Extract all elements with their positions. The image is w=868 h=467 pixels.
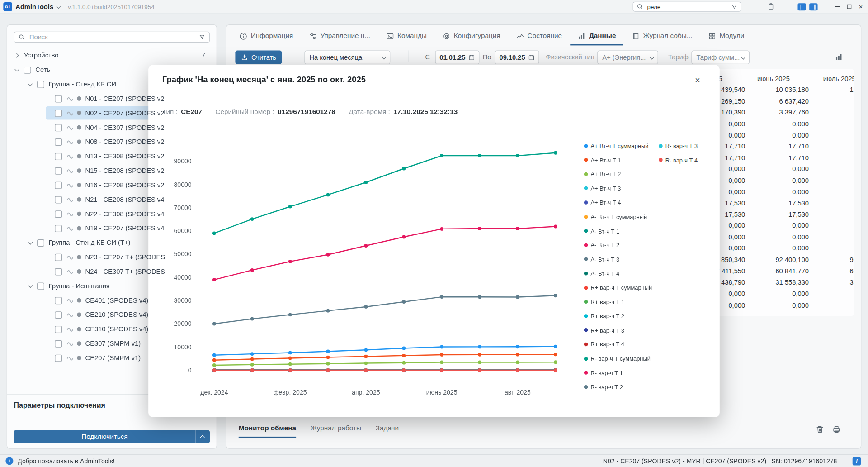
column-header[interactable]: июнь 2025 (750, 75, 814, 82)
table-cell: 0,000 (750, 188, 814, 195)
legend-item[interactable]: A+ Вт-ч Т 1 (584, 157, 621, 163)
tab-terminal[interactable]: Команды (378, 28, 434, 45)
tree-checkbox[interactable] (55, 196, 62, 203)
tab-gear[interactable]: Конфигурация (435, 28, 507, 45)
read-button[interactable]: Считать (235, 50, 282, 64)
legend-item[interactable]: R+ вар-ч Т 1 (584, 299, 624, 305)
legend-item[interactable]: A- Вт-ч Т 3 (584, 256, 619, 262)
modal-close-button[interactable]: × (691, 74, 704, 87)
global-search[interactable] (633, 2, 741, 12)
legend-item[interactable]: R+ вар-ч Т суммарный (584, 284, 652, 291)
app-menu-chevron-icon[interactable] (57, 4, 61, 9)
chevron-down-icon[interactable] (28, 240, 33, 244)
tree-checkbox[interactable] (55, 138, 62, 146)
date-from-input[interactable]: 01.01.25 (435, 50, 479, 64)
printer-icon[interactable] (832, 425, 841, 434)
tree-checkbox[interactable] (37, 81, 44, 88)
tree-checkbox[interactable] (55, 181, 62, 189)
bottom-tab[interactable]: Задачи (376, 424, 399, 438)
pulse-icon (516, 32, 524, 40)
wave-icon (66, 210, 74, 218)
info-square-icon[interactable]: i (853, 457, 861, 465)
tree-checkbox[interactable] (55, 95, 62, 102)
tree-item[interactable]: Устройство7 (7, 48, 217, 63)
tree-checkbox[interactable] (55, 124, 62, 131)
tree-checkbox[interactable] (55, 110, 62, 117)
table-cell: 92 400,100 (750, 256, 814, 263)
tab-info[interactable]: Информация (232, 28, 300, 45)
column-header[interactable]: июль 2025 (814, 75, 854, 82)
chevron-right-icon[interactable] (14, 53, 19, 57)
legend-item[interactable]: R- вар-ч Т 3 (659, 143, 698, 149)
chevron-down-icon[interactable] (14, 67, 19, 71)
chevron-down-icon[interactable] (28, 81, 33, 86)
legend-item[interactable]: R+ вар-ч Т 3 (584, 327, 624, 334)
bottom-tab[interactable]: Монитор обмена (239, 424, 296, 438)
tree-checkbox[interactable] (55, 297, 62, 304)
connect-options-button[interactable] (195, 430, 210, 443)
legend-label: A- Вт-ч Т 3 (591, 256, 620, 262)
minimize-button[interactable] (832, 0, 843, 13)
tree-checkbox[interactable] (24, 66, 31, 73)
legend-item[interactable]: A+ Вт-ч Т 3 (584, 185, 621, 192)
search-filter-icon[interactable] (731, 4, 737, 10)
tree-search-input[interactable] (28, 33, 195, 42)
tree-checkbox[interactable] (55, 340, 62, 347)
tree-checkbox[interactable] (55, 210, 62, 218)
tree-checkbox[interactable] (55, 311, 62, 319)
legend-item[interactable]: A- Вт-ч Т 2 (584, 242, 619, 248)
restore-button[interactable] (844, 0, 854, 13)
tree-checkbox[interactable] (55, 325, 62, 333)
table-cell: 60 841,770 (750, 267, 814, 275)
tree-item-label: N22 - CE308 (SPODES v4 (85, 210, 165, 218)
legend-item[interactable]: A- Вт-ч Т 4 (584, 270, 619, 277)
legend-item[interactable]: R- вар-ч Т 2 (584, 384, 623, 391)
tree-checkbox[interactable] (37, 239, 44, 246)
tree-item-label: CE207 (SMPM v1) (85, 354, 141, 362)
legend-item[interactable]: R+ вар-ч Т 2 (584, 313, 624, 319)
legend-item[interactable]: R+ вар-ч Т 4 (584, 341, 624, 348)
svg-text:60000: 60000 (174, 227, 192, 234)
tree-checkbox[interactable] (55, 268, 62, 275)
clipboard-icon[interactable] (767, 2, 774, 10)
calendar-icon[interactable] (468, 54, 475, 61)
legend-label: A+ Вт-ч Т 3 (591, 185, 621, 192)
legend-item[interactable]: R- вар-ч Т 1 (584, 369, 623, 376)
connect-button[interactable]: Подключиться (14, 430, 210, 443)
legend-item[interactable]: A- Вт-ч Т 1 (584, 228, 619, 234)
tab-book[interactable]: Журнал собы... (624, 28, 700, 45)
chart-view-button[interactable] (833, 52, 844, 64)
tab-pulse[interactable]: Состояние (509, 28, 569, 45)
legend-item[interactable]: A+ Вт-ч Т 4 (584, 199, 621, 206)
date-to-input[interactable]: 09.10.25 (495, 50, 539, 64)
tree-search[interactable] (14, 32, 210, 43)
tree-checkbox[interactable] (55, 167, 62, 174)
trash-icon[interactable] (816, 425, 825, 434)
chevron-down-icon[interactable] (28, 283, 33, 288)
period-select[interactable]: На конец месяца (304, 50, 390, 64)
legend-item[interactable]: R- вар-ч Т 4 (659, 157, 698, 163)
calendar-icon[interactable] (528, 54, 535, 61)
tab-modules[interactable]: Модули (701, 28, 751, 45)
close-window-button[interactable]: × (855, 0, 866, 13)
tree-checkbox[interactable] (55, 253, 62, 261)
legend-item[interactable]: A- Вт-ч Т суммарный (584, 213, 647, 220)
legend-item[interactable]: R- вар-ч Т суммарный (584, 355, 651, 362)
legend-label: R- вар-ч Т 4 (665, 157, 698, 163)
layout-right-icon[interactable] (809, 3, 817, 13)
bottom-tab[interactable]: Журнал работы (311, 424, 361, 438)
global-search-input[interactable] (646, 3, 728, 10)
filter-icon[interactable] (199, 34, 206, 41)
tab-bars[interactable]: Данные (570, 28, 623, 45)
layout-left-icon[interactable] (797, 3, 806, 13)
tab-sliders[interactable]: Управление н... (302, 28, 377, 45)
phys-type-select[interactable]: А+ (Энергия... (597, 50, 658, 64)
legend-item[interactable]: A+ Вт-ч Т суммарный (584, 143, 649, 149)
tariff-select[interactable]: Тариф сумм... (691, 50, 750, 64)
tree-checkbox[interactable] (55, 354, 62, 362)
tree-checkbox[interactable] (55, 225, 62, 232)
wave-icon (66, 325, 74, 333)
legend-item[interactable]: A+ Вт-ч Т 2 (584, 171, 621, 177)
tree-checkbox[interactable] (55, 152, 62, 160)
tree-checkbox[interactable] (37, 282, 44, 290)
